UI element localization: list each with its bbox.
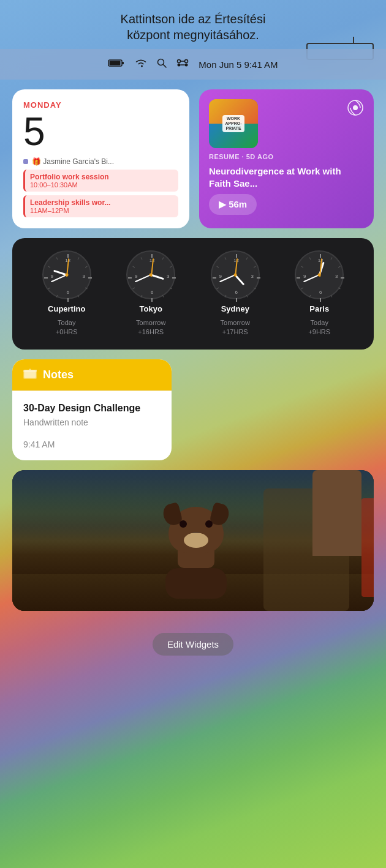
wifi-icon: [135, 58, 147, 70]
clock-face-sydney: 12369: [211, 250, 260, 299]
clock-city-name-sydney: Sydney: [221, 304, 249, 313]
dog-eye-right: [205, 520, 213, 528]
calendar-events: 🎁 Jasmine Garcia's Bi... Portfolio work …: [23, 157, 178, 217]
clock-city-sydney: 12369SydneyTomorrow+17HRS: [211, 250, 260, 337]
dog-torso: [165, 568, 227, 599]
battery-icon: [108, 59, 125, 70]
note-subtitle: Handwritten note: [23, 417, 161, 427]
svg-point-7: [178, 64, 181, 67]
notes-title: Notes: [43, 369, 74, 381]
podcast-app-icon: [347, 99, 364, 120]
widgets-container: MONDAY 5 🎁 Jasmine Garcia's Bi... Portfo…: [0, 80, 386, 621]
podcast-play-button[interactable]: ▶ 56m: [209, 194, 257, 215]
search-icon[interactable]: [157, 58, 167, 70]
clock-city-name-cupertino: Cupertino: [48, 304, 85, 313]
clock-city-name-paris: Paris: [309, 304, 329, 313]
notes-folder-icon: [23, 368, 37, 382]
clock-face-tokyo: 12369: [126, 250, 175, 299]
calendar-event-2[interactable]: Leadership skills wor... 11AM–12PM: [23, 195, 178, 217]
podcast-artwork: WORKAPPRO-PRIATE: [209, 99, 258, 148]
svg-point-12: [353, 105, 358, 110]
widget-podcast[interactable]: WORKAPPRO-PRIATE RESUME · 5D AGO Neurodi…: [199, 89, 374, 228]
menubar: Mon Jun 5 9:41 AM: [0, 49, 386, 80]
birthday-text: 🎁 Jasmine Garcia's Bi...: [32, 157, 114, 166]
svg-rect-15: [25, 371, 36, 378]
clock-city-name-tokyo: Tokyo: [140, 304, 162, 313]
widget-notes[interactable]: Notes 30-Day Design Challenge Handwritte…: [12, 359, 172, 460]
podcast-title: Neurodivergence at Work with Faith Sae..…: [209, 165, 364, 189]
calendar-date: 5: [23, 112, 178, 151]
clock-city-info-tokyo: Tomorrow+16HRS: [136, 318, 165, 337]
edit-widgets-area: Edit Widgets: [0, 621, 386, 668]
clock-city-tokyo: 12369TokyoTomorrow+16HRS: [126, 250, 175, 337]
widget-row-1: MONDAY 5 🎁 Jasmine Garcia's Bi... Portfo…: [12, 89, 374, 228]
menubar-datetime[interactable]: Mon Jun 5 9:41 AM: [199, 59, 278, 70]
svg-point-6: [185, 60, 188, 63]
notes-content: 30-Day Design Challenge Handwritten note…: [12, 391, 172, 460]
calendar-birthday-event: 🎁 Jasmine Garcia's Bi...: [23, 157, 178, 166]
clock-face-paris: 12369: [295, 250, 344, 299]
event-1-title: Portfolio work session: [30, 173, 173, 181]
svg-point-5: [178, 60, 181, 63]
podcast-artwork-bg: WORKAPPRO-PRIATE: [209, 99, 258, 148]
birthday-dot: [23, 159, 28, 164]
svg-line-4: [164, 65, 167, 68]
menubar-icons: Mon Jun 5 9:41 AM: [12, 58, 374, 70]
podcast-header: WORKAPPRO-PRIATE: [209, 99, 364, 148]
note-time: 9:41 AM: [23, 440, 161, 449]
podcast-meta: RESUME · 5D AGO: [209, 153, 364, 160]
event-2-time: 11AM–12PM: [30, 207, 173, 214]
note-title: 30-Day Design Challenge: [23, 402, 161, 415]
dog-eye-left: [180, 520, 187, 528]
control-center-icon[interactable]: [176, 59, 189, 70]
chair-back: [312, 470, 361, 556]
calendar-event-1[interactable]: Portfolio work session 10:00–10:30AM: [23, 170, 178, 192]
clock-city-info-cupertino: Today+0HRS: [56, 318, 78, 337]
clock-city-info-paris: Today+9HRS: [308, 318, 330, 337]
instruction-text: Kattintson ide az Értesítési központ meg…: [0, 0, 386, 49]
dog-head: [168, 507, 224, 553]
event-2-title: Leadership skills wor...: [30, 198, 173, 207]
widget-photo[interactable]: [12, 470, 374, 611]
widget-world-clock[interactable]: 12369CupertinoToday+0HRS12369TokyoTomorr…: [12, 238, 374, 350]
clock-face-cupertino: 12369: [42, 250, 91, 299]
edit-widgets-button[interactable]: Edit Widgets: [153, 633, 233, 656]
event-1-time: 10:00–10:30AM: [30, 181, 173, 189]
clock-city-paris: 12369ParisToday+9HRS: [295, 250, 344, 337]
clock-city-info-sydney: Tomorrow+17HRS: [221, 318, 250, 337]
calendar-day-label: MONDAY: [23, 100, 178, 110]
svg-rect-1: [122, 62, 124, 64]
clock-city-cupertino: 12369CupertinoToday+0HRS: [42, 250, 91, 337]
dog-photo: [12, 470, 374, 611]
widget-calendar[interactable]: MONDAY 5 🎁 Jasmine Garcia's Bi... Portfo…: [12, 89, 189, 228]
notes-header: Notes: [12, 359, 172, 391]
svg-point-8: [185, 64, 188, 67]
svg-rect-2: [110, 61, 121, 65]
dog-figure: [165, 507, 227, 599]
